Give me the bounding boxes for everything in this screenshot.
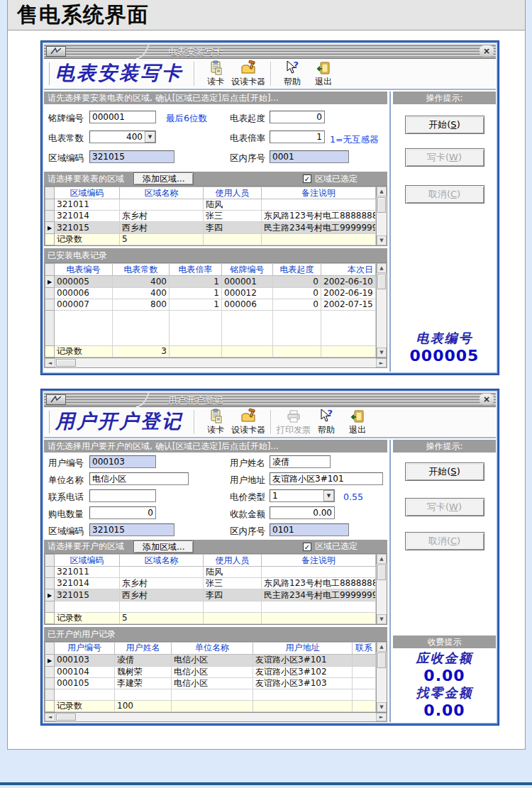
vertical-scrollbar[interactable]: ▲ ▼ <box>376 642 387 712</box>
cell <box>262 613 376 624</box>
nameplate-note: 最后6位数 <box>166 113 207 125</box>
table-row[interactable]: 321011 陆风 <box>45 567 376 578</box>
set-reader-button[interactable]: 设读卡器 <box>231 60 265 89</box>
add-area-button[interactable]: 添加区域... <box>133 540 194 553</box>
scroll-left-icon: ◄ <box>48 360 52 366</box>
cell: 800 <box>113 299 170 311</box>
scroll-left-button[interactable]: ◄ <box>45 358 55 367</box>
area-code-input[interactable] <box>89 150 174 163</box>
scroll-thumb[interactable] <box>377 653 386 668</box>
vertical-scrollbar[interactable]: ▲ ▼ <box>376 263 387 357</box>
table-row[interactable]: 000105 李建荣 电信小区 友谊路小区3#103 <box>45 677 376 689</box>
add-area-button[interactable]: 添加区域... <box>133 172 194 185</box>
svg-text:?: ? <box>328 409 333 418</box>
scroll-down-button[interactable]: ▼ <box>377 702 387 712</box>
window-titlebar[interactable]: 用户开户登记 × <box>44 392 496 407</box>
vertical-scrollbar[interactable]: ▲ ▼ <box>376 187 387 245</box>
close-button[interactable]: × <box>480 45 494 57</box>
help-button[interactable]: ? 帮助 <box>311 408 342 437</box>
table-row-selected[interactable]: ▶ 321015 西乡村 李四 民主路234号村电工99999999 <box>45 222 376 234</box>
table-row[interactable]: 321014 东乡村 张三 东风路123号村电工88888888 <box>45 578 376 589</box>
qty-input[interactable] <box>89 506 156 519</box>
set-reader-button[interactable]: 设读卡器 <box>231 408 265 437</box>
table-row-selected[interactable]: ▶ 000103 凌倩 电信小区 友谊路小区3#101 <box>45 654 376 666</box>
scroll-right-button[interactable]: ► <box>376 358 387 367</box>
scroll-up-icon: ▲ <box>379 644 383 650</box>
row-header-cell <box>45 567 55 578</box>
addr-input[interactable] <box>270 472 383 485</box>
cell: 李四 <box>204 589 262 601</box>
scroll-track[interactable] <box>377 581 387 614</box>
window-titlebar[interactable]: 电表安装写卡 × <box>44 44 496 59</box>
scroll-track[interactable] <box>77 358 376 367</box>
table-row[interactable]: 000006 400 1 000012 0 2002-06-19 <box>45 288 376 299</box>
scroll-thumb[interactable] <box>377 274 386 289</box>
table-row-selected[interactable]: ▶ 000005 400 1 000001 0 2002-06-10 <box>45 276 376 288</box>
scroll-track[interactable] <box>77 713 376 721</box>
scroll-thumb[interactable] <box>377 565 386 580</box>
start-button[interactable]: 开始(S) <box>405 462 484 481</box>
cell: 1 <box>170 299 222 311</box>
start-button[interactable]: 开始(S) <box>405 116 484 134</box>
serial-input[interactable] <box>270 150 349 163</box>
scroll-up-button[interactable]: ▲ <box>377 263 387 273</box>
cell: 友谊路小区3#103 <box>253 677 353 689</box>
cancel-button[interactable]: 取消(C) <box>405 185 484 204</box>
vertical-scrollbar[interactable]: ▲ ▼ <box>376 554 387 624</box>
close-button[interactable]: × <box>480 394 494 405</box>
scroll-up-button[interactable]: ▲ <box>377 554 387 564</box>
scroll-down-button[interactable]: ▼ <box>377 614 387 624</box>
amount-input[interactable] <box>270 506 335 519</box>
write-card-button[interactable]: 写卡(W) <box>405 148 484 167</box>
exit-button[interactable]: 退出 <box>342 408 373 437</box>
exit-button[interactable]: 退出 <box>308 60 339 89</box>
dropdown-button[interactable]: ▼ <box>145 131 155 143</box>
cancel-button[interactable]: 取消(C) <box>405 532 484 550</box>
meter-start-input[interactable] <box>270 111 325 123</box>
scroll-right-button[interactable]: ► <box>376 713 387 721</box>
table-row[interactable]: 000104 魏树荣 电信小区 友谊路小区3#102 <box>45 666 376 677</box>
cell: 1 <box>170 288 222 299</box>
table-row[interactable]: 321011 陆风 <box>45 199 376 211</box>
table-row[interactable]: 321014 东乡村 张三 东风路123号村电工88888888 <box>45 211 376 222</box>
serial-input[interactable] <box>270 523 349 536</box>
unit-input[interactable] <box>89 472 189 485</box>
scroll-down-button[interactable]: ▼ <box>377 348 387 357</box>
table-row-selected[interactable]: ▶ 321015 西乡村 李四 民主路234号村电工99999999 <box>45 589 376 601</box>
user-name-input[interactable] <box>270 455 331 468</box>
scroll-thumb[interactable] <box>377 197 386 213</box>
exit-label: 退出 <box>349 424 366 436</box>
area-selected-checkbox[interactable]: ✓ 区域已选定 <box>303 173 358 185</box>
column-header: 用户编号 <box>55 642 115 654</box>
scroll-thumb[interactable] <box>56 359 76 367</box>
nameplate-input[interactable] <box>89 111 156 123</box>
user-no-input[interactable] <box>89 455 156 468</box>
dropdown-button[interactable]: ▼ <box>323 490 334 501</box>
scroll-track[interactable] <box>377 213 387 235</box>
read-card-button[interactable]: 读卡 <box>200 60 231 89</box>
phone-input[interactable] <box>89 489 156 502</box>
write-card-button[interactable]: 写卡(W) <box>405 498 484 516</box>
scroll-down-button[interactable]: ▼ <box>377 235 387 245</box>
horizontal-scrollbar[interactable]: ◄ ► <box>44 713 387 722</box>
set-reader-label: 设读卡器 <box>231 424 265 436</box>
scroll-track[interactable] <box>377 290 387 348</box>
horizontal-scrollbar[interactable]: ◄ ► <box>44 358 387 368</box>
scroll-up-button[interactable]: ▲ <box>377 642 387 652</box>
print-invoice-button[interactable]: 打印发票 <box>277 408 311 437</box>
cell: 友谊路小区3#101 <box>253 654 353 666</box>
area-selected-checkbox[interactable]: ✓ 区域已选定 <box>303 540 358 553</box>
scroll-track[interactable] <box>377 669 387 702</box>
scroll-left-button[interactable]: ◄ <box>45 713 55 721</box>
area-code-input[interactable] <box>89 523 174 536</box>
meter-ratio-input[interactable] <box>270 131 325 143</box>
nameplate-label: 铭牌编号 <box>48 113 84 125</box>
change-value: 0.00 <box>423 701 465 719</box>
table-row[interactable]: 000007 800 1 000006 0 2002-07-15 <box>45 299 376 311</box>
help-button[interactable]: ? 帮助 <box>277 60 308 89</box>
scroll-thumb[interactable] <box>56 714 76 721</box>
cell: 0 <box>273 299 321 311</box>
read-card-button[interactable]: 读卡 <box>200 408 231 437</box>
titlebar-swoosh-icon <box>135 392 153 407</box>
scroll-up-button[interactable]: ▲ <box>377 187 387 196</box>
